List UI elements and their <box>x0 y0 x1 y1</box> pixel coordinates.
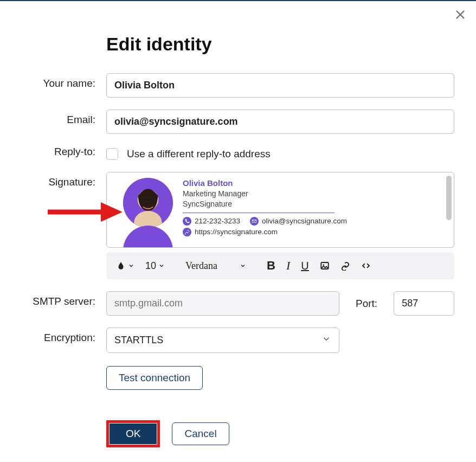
font-family-selector[interactable]: Verdana <box>183 258 248 274</box>
encryption-label: Encryption: <box>22 328 106 344</box>
svg-marker-1 <box>101 202 123 222</box>
code-button[interactable] <box>359 259 373 273</box>
chevron-down-icon <box>240 260 246 272</box>
email-input[interactable] <box>106 110 454 134</box>
italic-button[interactable]: I <box>284 256 292 275</box>
port-label: Port: <box>356 298 377 310</box>
chevron-down-icon <box>128 260 134 272</box>
edit-identity-dialog: Edit identity Your name: Email: Reply-to… <box>0 1 476 447</box>
signature-toolbar: 10 Verdana B I U <box>106 252 454 279</box>
signature-name: Olivia Bolton <box>183 178 347 189</box>
email-label: Email: <box>22 110 106 126</box>
font-size-selector[interactable]: 10 <box>143 258 167 274</box>
port-input[interactable] <box>394 291 454 316</box>
image-button[interactable] <box>318 259 332 273</box>
signature-avatar-next <box>123 226 173 248</box>
signature-body: Olivia Bolton Marketing Manager SyncSign… <box>183 178 347 238</box>
link-icon <box>183 228 191 236</box>
signature-divider <box>183 213 335 213</box>
envelope-icon <box>250 217 259 226</box>
reply-to-checkbox[interactable] <box>106 148 118 160</box>
chevron-down-icon <box>158 260 165 272</box>
signature-phone: 212-232-3233 <box>195 216 240 226</box>
smtp-server-input[interactable] <box>106 291 339 316</box>
signature-editor[interactable]: Olivia Bolton Marketing Manager SyncSign… <box>106 172 454 248</box>
annotation-arrow-icon <box>47 201 123 223</box>
image-icon <box>320 261 330 271</box>
close-icon <box>454 9 466 21</box>
close-button[interactable] <box>454 9 466 23</box>
ok-button-highlight: OK <box>106 420 160 447</box>
your-name-label: Your name: <box>22 73 106 89</box>
signature-label: Signature: <box>22 172 106 188</box>
encryption-select[interactable]: STARTTLS <box>106 328 339 353</box>
text-color-button[interactable] <box>114 258 137 274</box>
encryption-value: STARTTLS <box>114 335 163 346</box>
reply-to-checkbox-label: Use a different reply-to address <box>127 148 271 160</box>
signature-company: SyncSignature <box>183 199 347 209</box>
underline-button[interactable]: U <box>299 258 311 274</box>
reply-to-label: Reply-to: <box>22 146 106 158</box>
droplet-icon <box>116 261 126 271</box>
signature-email: olivia@syncsignature.com <box>262 216 347 226</box>
signature-scrollbar[interactable] <box>446 176 452 220</box>
bold-button[interactable]: B <box>265 256 278 275</box>
test-connection-button[interactable]: Test connection <box>106 366 203 390</box>
link-button[interactable] <box>338 259 352 273</box>
smtp-label: SMTP server: <box>22 291 106 307</box>
signature-role: Marketing Manager <box>183 189 347 199</box>
ok-button[interactable]: OK <box>110 424 157 444</box>
chevron-down-icon <box>321 334 331 347</box>
dialog-title: Edit identity <box>106 34 454 55</box>
signature-avatar <box>123 178 173 228</box>
font-size-value: 10 <box>145 260 156 272</box>
phone-icon <box>183 217 191 226</box>
font-family-value: Verdana <box>185 260 217 272</box>
code-icon <box>361 261 371 271</box>
your-name-input[interactable] <box>106 73 454 98</box>
cancel-button[interactable]: Cancel <box>172 422 229 445</box>
signature-url: https://syncsignature.com <box>195 227 278 237</box>
svg-point-8 <box>323 264 324 265</box>
chain-link-icon <box>340 261 350 271</box>
